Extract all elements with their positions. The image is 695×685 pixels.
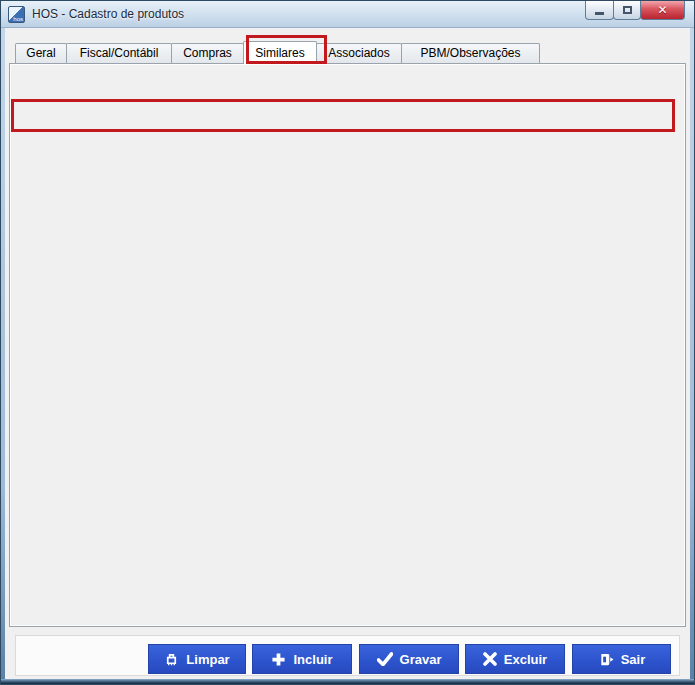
- client-area: Geral Fiscal/Contábil Compras Similares …: [5, 28, 690, 679]
- tab-associados[interactable]: Associados: [316, 43, 402, 63]
- app-icon: hos: [8, 6, 25, 23]
- maximize-button[interactable]: [613, 1, 641, 20]
- exit-door-icon: [598, 652, 614, 667]
- app-window: hos HOS - Cadastro de produtos ✕ Geral F…: [0, 0, 695, 685]
- maximize-icon: [623, 6, 632, 14]
- limpar-button[interactable]: Limpar: [148, 644, 246, 674]
- close-button[interactable]: ✕: [640, 1, 685, 20]
- minimize-button[interactable]: [585, 1, 614, 20]
- incluir-label: Incluir: [293, 652, 332, 667]
- x-icon: [483, 652, 497, 666]
- gravar-label: Gravar: [400, 652, 442, 667]
- gravar-button[interactable]: Gravar: [359, 644, 459, 674]
- tab-similares[interactable]: Similares: [243, 41, 317, 64]
- bottom-button-bar: Limpar Incluir Gravar Excluir: [15, 635, 680, 676]
- close-icon: ✕: [657, 3, 667, 17]
- tab-fiscal-contabil[interactable]: Fiscal/Contábil: [66, 43, 172, 63]
- tab-pbm-observacoes[interactable]: PBM/Observações: [401, 43, 540, 63]
- window-title: HOS - Cadastro de produtos: [32, 1, 184, 28]
- excluir-button[interactable]: Excluir: [465, 644, 565, 674]
- incluir-button[interactable]: Incluir: [252, 644, 352, 674]
- tab-page-similares: [9, 63, 686, 627]
- title-bar[interactable]: hos HOS - Cadastro de produtos ✕: [1, 1, 694, 28]
- plus-icon: [271, 652, 286, 667]
- tab-strip: Geral Fiscal/Contábil Compras Similares …: [15, 41, 539, 63]
- minimize-icon: [595, 12, 604, 15]
- window-border-bottom: [1, 679, 694, 684]
- tab-compras[interactable]: Compras: [171, 43, 244, 63]
- tab-geral[interactable]: Geral: [15, 43, 67, 63]
- brush-icon: [164, 652, 179, 667]
- excluir-label: Excluir: [504, 652, 547, 667]
- sair-button[interactable]: Sair: [572, 644, 671, 674]
- sair-label: Sair: [621, 652, 646, 667]
- check-icon: [377, 652, 393, 666]
- window-border-right: [690, 28, 694, 684]
- limpar-label: Limpar: [186, 652, 229, 667]
